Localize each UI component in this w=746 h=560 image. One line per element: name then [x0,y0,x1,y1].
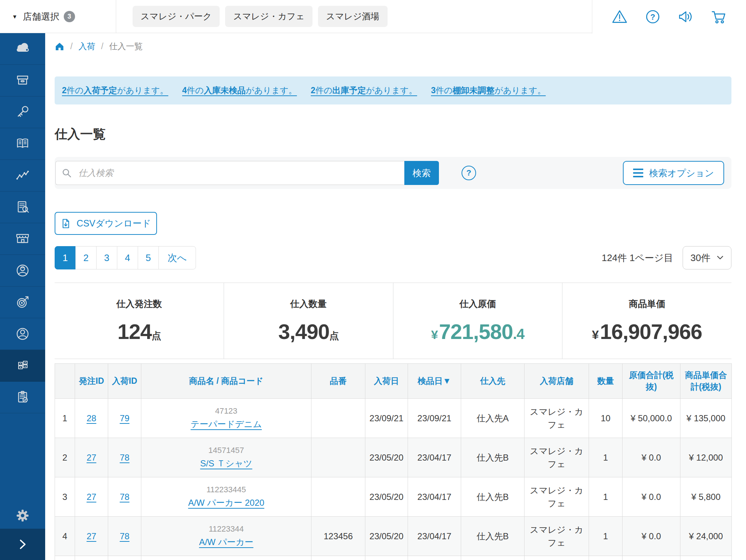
header-arrival-id[interactable]: 入荷ID [108,364,141,399]
inspection-date-cell: 23/04/17 [408,438,461,477]
unit-price-total-cell: ¥ 12,000 [680,438,732,477]
header-qty[interactable]: 数量 [589,364,623,399]
inventory-box-icon [14,72,31,89]
per-page-select[interactable]: 30件 [683,246,731,269]
page-next-button[interactable]: 次へ [158,246,196,269]
order-id-link[interactable]: 27 [87,531,97,541]
header-store[interactable]: 入荷店舗 [525,364,589,399]
search-options-button[interactable]: 検索オプション [623,161,724,185]
search-help-icon[interactable]: ? [462,166,476,180]
header-part-no[interactable]: 品番 [311,364,365,399]
product-name-link[interactable]: A/W パーカー [199,537,253,547]
page-button-4[interactable]: 4 [117,246,138,269]
notice-link-stocktake[interactable]: 3件の棚卸未調整があります。 [431,85,546,96]
arrival-id-link[interactable]: 79 [120,413,130,423]
page-button-2[interactable]: 2 [75,246,97,269]
notice-link-shipping-plans[interactable]: 2件の出庫予定があります。 [311,85,417,96]
sidebar-item-home[interactable] [0,33,45,65]
supplier-cell: 仕入先B [461,438,525,477]
order-id-link[interactable]: 28 [87,413,97,423]
sidebar-item-inspection[interactable] [0,382,45,413]
breadcrumb-separator: / [70,42,72,51]
header-inspection-date-sorted[interactable]: 検品日▼ [408,364,461,399]
result-count-info: 124件 1ページ目 [602,252,673,264]
sidebar-item-analytics[interactable] [0,160,45,192]
sidebar-item-stock-drawers[interactable] [0,350,45,382]
page-button-5[interactable]: 5 [138,246,159,269]
sidebar-item-settings[interactable] [0,502,45,529]
header-unit-price-total[interactable]: 商品単価合計(税抜) [680,364,732,399]
page-button-1[interactable]: 1 [55,246,76,269]
sidebar-item-target[interactable] [0,287,45,318]
arrival-id-cell: 78 [108,438,141,477]
arrival-id-link[interactable]: 78 [120,453,130,462]
search-input[interactable] [55,161,404,185]
svg-text:?: ? [650,12,655,21]
search-submit-button[interactable]: 検索 [404,161,439,185]
store-chip-park[interactable]: スマレジ・パーク [133,6,220,27]
header-cost-total[interactable]: 原価合計(税抜) [623,364,680,399]
notification-bar: 2件の入荷予定があります。 4件の入庫未検品があります。 2件の出庫予定がありま… [55,76,731,104]
part-no-cell [311,438,365,477]
arrival-id-cell: 78 [108,517,141,556]
sidebar-item-staff[interactable] [0,318,45,350]
product-name-link[interactable]: S/S Ｔシャツ [200,458,252,468]
breadcrumb: / 入荷 / 仕入一覧 [55,41,731,52]
sidebar-spacer [0,413,45,502]
notice-link-arrival-plans[interactable]: 2件の入荷予定があります。 [62,85,168,96]
help-icon[interactable]: ? [644,8,661,25]
qty-cell: 1 [589,438,623,477]
cart-icon[interactable] [710,8,727,25]
header-order-id[interactable]: 発注ID [75,364,108,399]
purchase-table: 発注ID 入荷ID 商品名 / 商品コード 品番 入荷日 検品日▼ 仕入先 入荷… [55,363,732,560]
table-row-partial [55,556,732,560]
store-chip-cafe[interactable]: スマレジ・カフェ [225,6,313,27]
sidebar-item-inventory-box[interactable] [0,65,45,96]
home-icon[interactable] [55,42,64,51]
sidebar-item-store[interactable] [0,223,45,255]
alert-icon[interactable] [611,8,628,25]
sidebar-item-key[interactable] [0,96,45,128]
product-cell: 11223344 A/W パーカー [141,517,311,556]
sidebar-item-member[interactable] [0,255,45,287]
header-product[interactable]: 商品名 / 商品コード [141,364,311,399]
page-button-3[interactable]: 3 [96,246,117,269]
arrival-date-cell: 23/09/21 [365,399,408,438]
store-cell: スマレジ・カフェ [525,477,589,517]
store-cell: スマレジ・カフェ [525,438,589,477]
csv-download-button[interactable]: CSVダウンロード [55,212,157,235]
header-arrival-date[interactable]: 入荷日 [365,364,408,399]
cost-total-cell: ¥ 0.0 [623,438,680,477]
summary-card-order-count: 仕入発注数 124点 [55,283,224,359]
main-content: / 入荷 / 仕入一覧 2件の入荷予定があります。 4件の入庫未検品があります。… [45,41,746,560]
row-number: 2 [55,438,75,477]
hamburger-icon [633,169,643,177]
sidebar-expand-toggle[interactable] [0,529,45,560]
topbar: ▼ 店舗選択 3 スマレジ・パーク スマレジ・カフェ スマレジ酒場 ? [0,0,746,33]
sidebar-item-report-search[interactable] [0,192,45,223]
summary-cards: 仕入発注数 124点 仕入数量 3,490点 仕入原価 ¥721,580.4 商… [55,283,731,359]
notice-link-uninspected[interactable]: 4件の入庫未検品があります。 [182,85,297,96]
sidebar-item-menu-book[interactable] [0,128,45,160]
inspection-date-cell: 23/04/17 [408,477,461,517]
breadcrumb-link-nyuka[interactable]: 入荷 [78,41,95,52]
row-number: 3 [55,477,75,517]
arrival-date-cell: 23/05/20 [365,438,408,477]
header-supplier[interactable]: 仕入先 [461,364,525,399]
arrival-id-link[interactable]: 78 [120,492,130,502]
store-select-dropdown[interactable]: ▼ 店舗選択 3 [0,0,116,33]
order-id-cell: 28 [75,399,108,438]
order-id-link[interactable]: 27 [87,453,97,462]
csv-file-icon [60,218,71,229]
order-id-link[interactable]: 27 [87,492,97,502]
summary-card-quantity: 仕入数量 3,490点 [224,283,393,359]
product-cell: 112233445 A/W パーカー 2020 [141,477,311,517]
product-name-link[interactable]: テーパードデニム [191,419,262,429]
search-box: 検索 [55,161,439,185]
announcement-icon[interactable] [677,8,694,25]
product-name-link[interactable]: A/W パーカー 2020 [188,498,264,508]
search-icon [62,168,71,178]
store-chip-sakaba[interactable]: スマレジ酒場 [318,6,387,27]
arrival-id-link[interactable]: 78 [120,531,130,541]
chevron-right-icon [15,536,31,552]
